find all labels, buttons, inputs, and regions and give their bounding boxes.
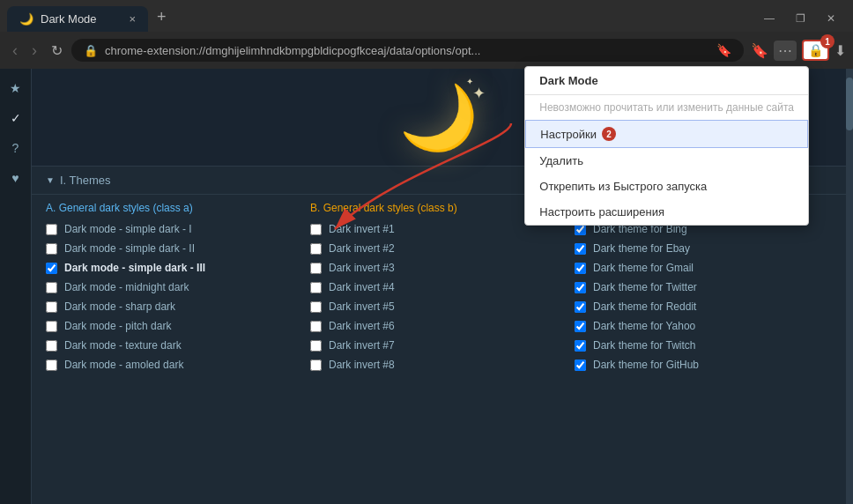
forward-button[interactable]: › <box>26 40 42 62</box>
col-b-label-0: Dark invert #1 <box>329 223 395 235</box>
col-a-check-7[interactable] <box>46 359 57 371</box>
col-c-label-4: Dark theme for Reddit <box>593 300 696 313</box>
col-a-item-0[interactable]: Dark mode - simple dark - I <box>46 223 303 235</box>
col-a-item-5[interactable]: Dark mode - pitch dark <box>46 320 303 332</box>
col-c-label-2: Dark theme for Gmail <box>593 262 694 274</box>
tab-close-icon[interactable]: × <box>129 12 136 26</box>
col-b-check-3[interactable] <box>310 282 322 293</box>
col-b-label-1: Dark invert #2 <box>329 242 395 255</box>
col-a-label-5: Dark mode - pitch dark <box>64 320 171 332</box>
download-icon[interactable]: ⬇ <box>834 42 846 59</box>
col-a-check-3[interactable] <box>46 282 57 293</box>
extension-button[interactable]: 🔒 1 <box>802 40 829 61</box>
scrollbar-thumb[interactable] <box>846 78 853 130</box>
sidebar-heart-icon[interactable]: ♥ <box>11 171 19 185</box>
sidebar-check-icon[interactable]: ✓ <box>11 111 21 125</box>
context-menu-item-settings[interactable]: Настройки 2 <box>525 120 808 148</box>
col-c-item-7[interactable]: Dark theme for GitHub <box>575 359 832 371</box>
col-b-check-7[interactable] <box>310 359 322 371</box>
col-a-item-1[interactable]: Dark mode - simple dark - II <box>46 242 303 255</box>
sidebar-star-icon[interactable]: ★ <box>10 81 21 95</box>
col-b-item-1[interactable]: Dark invert #2 <box>310 242 567 255</box>
col-b-check-1[interactable] <box>310 243 322 255</box>
col-b-item-4[interactable]: Dark invert #5 <box>310 300 567 313</box>
col-a-title: A. General dark styles (class a) <box>46 202 303 214</box>
col-c: C. Custom dark styles Dark theme for Bin… <box>575 202 832 378</box>
col-a-item-6[interactable]: Dark mode - texture dark <box>46 339 303 352</box>
context-menu-item-remove[interactable]: Удалить <box>525 148 808 174</box>
col-c-check-1[interactable] <box>575 243 586 255</box>
reload-button[interactable]: ↻ <box>46 41 68 61</box>
extensions-menu-icon[interactable]: ⋯ <box>774 41 797 61</box>
col-b: B. General dark styles (class b) Dark in… <box>310 202 567 378</box>
col-a-label-3: Dark mode - midnight dark <box>64 281 189 293</box>
col-a-label-1: Dark mode - simple dark - II <box>64 242 195 255</box>
col-a-check-2[interactable] <box>46 263 57 274</box>
col-b-item-2[interactable]: Dark invert #3 <box>310 262 567 274</box>
new-tab-button[interactable]: + <box>148 4 175 30</box>
context-menu-item-manage[interactable]: Настроить расширения <box>525 199 808 225</box>
col-c-item-6[interactable]: Dark theme for Twitch <box>575 339 832 352</box>
col-a-label-2: Dark mode - simple dark - III <box>64 262 205 274</box>
active-tab[interactable]: 🌙 Dark Mode × <box>7 6 148 32</box>
col-c-item-5[interactable]: Dark theme for Yahoo <box>575 320 832 332</box>
nav-bar: ‹ › ↻ 🔒 chrome-extension://dmghijelimhnd… <box>0 32 853 69</box>
col-c-item-4[interactable]: Dark theme for Reddit <box>575 300 832 313</box>
col-a-item-2[interactable]: Dark mode - simple dark - III <box>46 262 303 274</box>
col-a-label-7: Dark mode - amoled dark <box>64 359 183 371</box>
col-c-check-4[interactable] <box>575 301 586 313</box>
col-a-item-4[interactable]: Dark mode - sharp dark <box>46 300 303 313</box>
context-menu-title: Dark Mode <box>525 67 808 95</box>
tab-title: Dark Mode <box>41 12 97 26</box>
col-c-check-3[interactable] <box>575 282 586 293</box>
col-a-check-1[interactable] <box>46 243 57 255</box>
col-b-check-5[interactable] <box>310 321 322 332</box>
col-a-item-7[interactable]: Dark mode - amoled dark <box>46 359 303 371</box>
context-menu-item-unpin[interactable]: Открепить из Быстрого запуска <box>525 174 808 199</box>
col-a-check-4[interactable] <box>46 301 57 313</box>
col-b-check-4[interactable] <box>310 301 322 313</box>
col-b-check-6[interactable] <box>310 340 322 352</box>
col-c-check-6[interactable] <box>575 340 586 352</box>
themes-header-label: I. Themes <box>60 174 111 187</box>
col-c-check-2[interactable] <box>575 263 586 274</box>
col-b-label-6: Dark invert #7 <box>329 339 395 352</box>
col-b-item-3[interactable]: Dark invert #4 <box>310 281 567 293</box>
minimize-button[interactable]: — <box>753 9 785 28</box>
col-c-label-7: Dark theme for GitHub <box>593 359 699 371</box>
col-b-item-6[interactable]: Dark invert #7 <box>310 339 567 352</box>
col-c-item-1[interactable]: Dark theme for Ebay <box>575 242 832 255</box>
moon-graphic: 🌙 ✦ ✦ <box>399 80 478 155</box>
col-b-check-2[interactable] <box>310 263 322 274</box>
extension-badge: 1 <box>820 34 834 48</box>
col-c-check-5[interactable] <box>575 321 586 332</box>
themes-arrow-icon: ▼ <box>46 175 55 185</box>
col-c-item-3[interactable]: Dark theme for Twitter <box>575 281 832 293</box>
col-a-item-3[interactable]: Dark mode - midnight dark <box>46 281 303 293</box>
browser-window: 🌙 Dark Mode × + — ❐ ✕ ‹ › ↻ 🔒 chrome-ext… <box>0 0 853 504</box>
col-b-item-5[interactable]: Dark invert #6 <box>310 320 567 332</box>
col-a-check-0[interactable] <box>46 224 57 235</box>
col-a-check-5[interactable] <box>46 321 57 332</box>
context-menu-settings-badge: 2 <box>602 127 616 141</box>
scrollbar-track[interactable] <box>846 69 853 504</box>
col-a-label-0: Dark mode - simple dark - I <box>64 223 192 235</box>
security-icon: 🔒 <box>84 44 98 57</box>
bookmark-toolbar-icon[interactable]: 🔖 <box>751 42 768 59</box>
col-b-label-5: Dark invert #6 <box>329 320 395 332</box>
sidebar-help-icon[interactable]: ? <box>12 141 19 155</box>
col-b-check-0[interactable] <box>310 224 322 235</box>
bookmark-icon[interactable]: 🔖 <box>716 43 731 57</box>
col-a-check-6[interactable] <box>46 340 57 352</box>
address-bar[interactable]: 🔒 chrome-extension://dmghijelimhndkbmpgb… <box>71 39 744 62</box>
maximize-button[interactable]: ❐ <box>785 9 816 28</box>
col-b-label-2: Dark invert #3 <box>329 262 395 274</box>
close-button[interactable]: ✕ <box>816 9 846 28</box>
col-c-check-7[interactable] <box>575 359 586 371</box>
col-c-label-3: Dark theme for Twitter <box>593 281 697 293</box>
col-a-label-6: Dark mode - texture dark <box>64 339 182 352</box>
context-menu-settings-label: Настройки <box>540 128 597 141</box>
col-c-item-2[interactable]: Dark theme for Gmail <box>575 262 832 274</box>
back-button[interactable]: ‹ <box>7 40 23 62</box>
col-b-item-7[interactable]: Dark invert #8 <box>310 359 567 371</box>
